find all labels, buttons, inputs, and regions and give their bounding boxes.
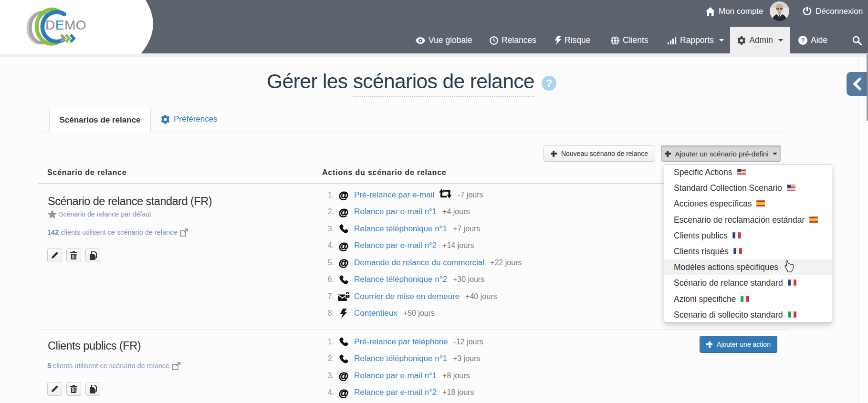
svg-text:?: ?: [801, 37, 805, 44]
svg-text:DEMO: DEMO: [45, 18, 86, 32]
